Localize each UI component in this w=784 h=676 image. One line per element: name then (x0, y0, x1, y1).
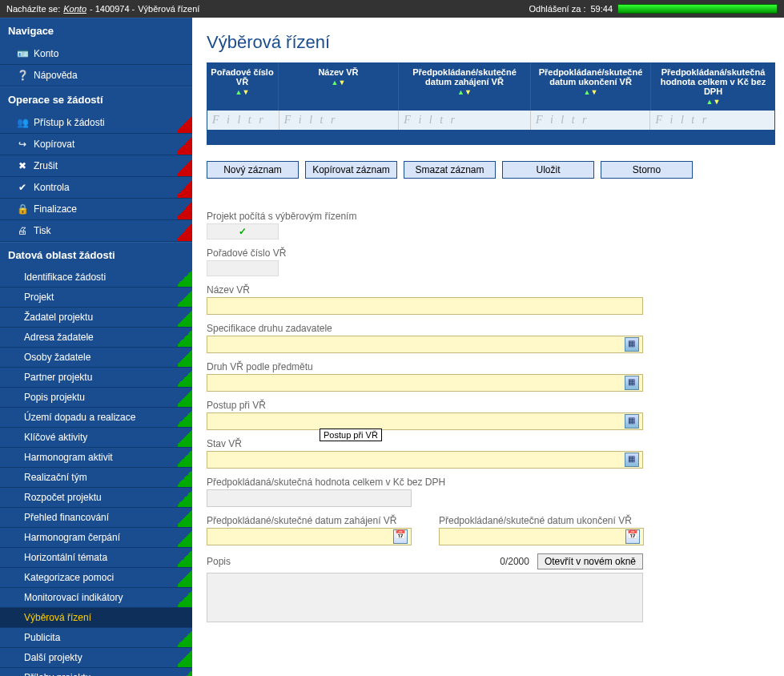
sidebar-item[interactable]: 🖨Tisk (0, 220, 192, 242)
sidebar-item[interactable]: 👥Přístup k žádosti (0, 112, 192, 134)
sidebar-item[interactable]: Projekt (0, 288, 192, 308)
picker-icon[interactable] (625, 453, 639, 467)
postup-input[interactable]: Postup při VŘ (207, 412, 643, 430)
filter-input-2[interactable]: F i l t r (279, 111, 400, 130)
sidebar-item[interactable]: Popis projektu (0, 388, 192, 408)
sidebar-item[interactable]: Monitorovací indikátory (0, 588, 192, 608)
sidebar-item[interactable]: ↪Kopírovat (0, 134, 192, 155)
datum-ukon-input[interactable] (439, 528, 644, 545)
filter-input-4[interactable]: F i l t r (531, 111, 651, 130)
stav-input[interactable] (207, 451, 643, 469)
status-mark-icon (178, 648, 192, 667)
grid-col-hodnota[interactable]: Předpokládaná/skutečná hodnota celkem v … (651, 62, 775, 111)
grid-col-poradove[interactable]: Pořadové číslo VŘ▲▼ (207, 62, 279, 111)
druh-input[interactable] (207, 374, 643, 392)
new-record-button[interactable]: Nový záznam (207, 161, 299, 179)
sidebar-item-label: Konto (34, 48, 58, 59)
nazev-label: Název VŘ (207, 284, 776, 296)
sidebar-item-label: Výběrová řízení (24, 612, 91, 623)
filter-input-5[interactable]: F i l t r (650, 111, 774, 130)
status-mark-icon (178, 328, 192, 347)
sidebar-item[interactable]: Území dopadu a realizace (0, 408, 192, 428)
filter-input-3[interactable]: F i l t r (399, 111, 531, 130)
logout-label: Odhlášení za : (529, 4, 586, 14)
menu-icon: ✔ (16, 181, 29, 194)
picker-icon[interactable] (625, 337, 639, 352)
konto-link[interactable]: Konto (63, 4, 86, 14)
location-prefix: Nacházíte se: (6, 4, 60, 14)
poradove-field (207, 260, 279, 276)
sidebar-item[interactable]: 🪪Konto (0, 43, 192, 65)
popis-textarea[interactable] (207, 573, 643, 622)
calendar-icon[interactable] (393, 529, 408, 544)
sidebar-item-label: Realizační tým (24, 472, 87, 483)
grid-empty (207, 131, 775, 145)
sidebar-item[interactable]: ✖Zrušit (0, 155, 192, 177)
sidebar-item-label: Přílohy projektu (24, 672, 90, 676)
menu-icon: 🔒 (16, 203, 29, 215)
copy-record-button[interactable]: Kopírovat záznam (305, 161, 397, 179)
picker-icon[interactable] (625, 376, 639, 390)
sidebar-item[interactable]: Klíčové aktivity (0, 428, 192, 448)
spec-input[interactable] (207, 336, 643, 353)
ops-section-title: Operace se žádostí (0, 87, 192, 112)
status-mark-icon (178, 368, 192, 387)
sidebar-item[interactable]: Harmonogram aktivit (0, 448, 192, 468)
datum-ukon-label: Předpokládané/skutečné datum ukončení VŘ (439, 515, 647, 526)
sidebar-item[interactable]: ✔Kontrola (0, 177, 192, 199)
sidebar-item[interactable]: Další projekty (0, 648, 192, 668)
nazev-input[interactable] (207, 297, 643, 315)
delete-record-button[interactable]: Smazat záznam (404, 161, 496, 179)
hodnota-input[interactable] (207, 489, 412, 507)
sidebar-item[interactable]: Přílohy projektu (0, 668, 192, 676)
sidebar-item[interactable]: Identifikace žádosti (0, 268, 192, 288)
status-mark-icon (178, 408, 192, 427)
status-mark-icon (178, 548, 192, 567)
grid-col-nazev[interactable]: Název VŘ▲▼ (279, 62, 399, 111)
sidebar-item[interactable]: ❔Nápověda (0, 65, 192, 87)
topbar: Nacházíte se: Konto - 1400974 - Výběrová… (0, 0, 784, 18)
status-mark-icon (178, 628, 192, 647)
proj-check-value[interactable]: ✓ (207, 223, 279, 239)
grid-header: Pořadové číslo VŘ▲▼ Název VŘ▲▼ Předpoklá… (207, 62, 775, 111)
sidebar-item-label: Další projekty (24, 652, 82, 663)
status-mark-icon (178, 468, 192, 487)
datum-zah-input[interactable] (207, 528, 412, 545)
sidebar-item-label: Kontrola (34, 182, 70, 193)
save-button[interactable]: Uložit (502, 161, 594, 179)
status-mark-icon (178, 177, 192, 198)
sidebar-item[interactable]: Realizační tým (0, 468, 192, 488)
sidebar-item[interactable]: Harmonogram čerpání (0, 528, 192, 548)
sidebar-item-label: Kopírovat (34, 139, 74, 150)
status-mark-icon (178, 134, 192, 155)
sidebar-item[interactable]: Kategorizace pomoci (0, 568, 192, 588)
sidebar-item[interactable]: Rozpočet projektu (0, 488, 192, 508)
menu-icon: 🖨 (16, 224, 29, 237)
sidebar-item[interactable]: Žadatel projektu (0, 308, 192, 328)
sidebar-item-label: Žadatel projektu (24, 312, 93, 323)
postup-label: Postup při VŘ (207, 400, 776, 411)
menu-icon: 🪪 (16, 47, 29, 60)
sidebar-item[interactable]: Výběrová řízení (0, 608, 192, 628)
sidebar-item[interactable]: Publicita (0, 628, 192, 648)
open-new-window-button[interactable]: Otevřít v novém okně (537, 553, 643, 569)
sidebar-item-label: Popis projektu (24, 392, 85, 403)
session-progress (617, 4, 778, 14)
sidebar-item[interactable]: Adresa žadatele (0, 328, 192, 348)
sidebar-item-label: Rozpočet projektu (24, 492, 102, 503)
sidebar-item-label: Harmonogram aktivit (24, 452, 113, 463)
picker-icon[interactable] (625, 414, 639, 429)
grid-col-zahajeni[interactable]: Předpokládané/skutečné datum zahájení VŘ… (399, 62, 531, 111)
sidebar-item[interactable]: Osoby žadatele (0, 348, 192, 368)
sidebar-item[interactable]: 🔒Finalizace (0, 199, 192, 220)
calendar-icon[interactable] (625, 529, 640, 544)
sidebar-item[interactable]: Horizontální témata (0, 548, 192, 568)
cancel-button[interactable]: Storno (601, 161, 693, 179)
sidebar-item[interactable]: Partner projektu (0, 368, 192, 388)
proj-check-label: Projekt počítá s výběrovým řízením (207, 211, 776, 222)
status-mark-icon (178, 308, 192, 327)
sidebar-item-label: Nápověda (34, 70, 78, 81)
sidebar-item[interactable]: Přehled financování (0, 508, 192, 528)
filter-input-1[interactable]: F i l t r (207, 111, 279, 130)
grid-col-ukonceni[interactable]: Předpokládané/skutečné datum ukončení VŘ… (531, 62, 651, 111)
